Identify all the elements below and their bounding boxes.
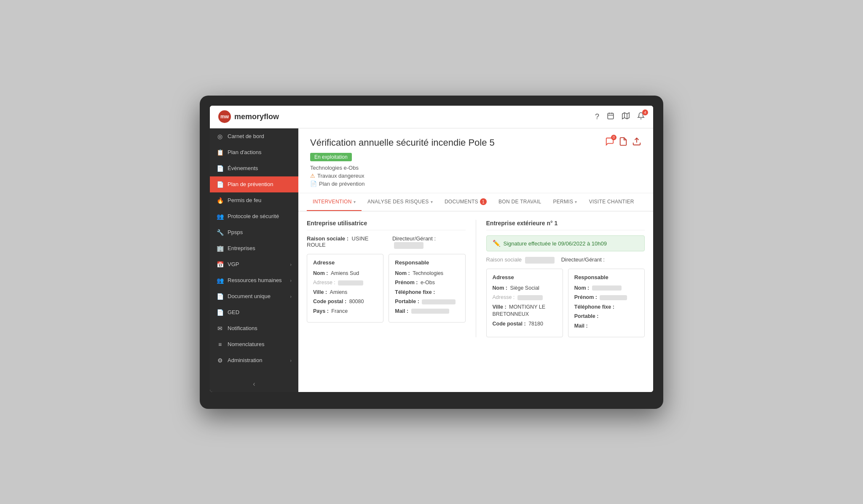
logo: mw memoryflow xyxy=(218,110,279,123)
rh-chevron: › xyxy=(290,278,292,283)
sidebar-item-carnet[interactable]: ◎ Carnet de bord xyxy=(210,128,298,144)
ext-raison-sociale-label: Raison sociale xyxy=(486,256,522,263)
doc-unique-icon: 📄 xyxy=(217,293,223,300)
sidebar-collapse-button[interactable]: ‹ xyxy=(210,376,298,392)
signature-box: ✏️ Signature effectuée le 09/06/2022 à 1… xyxy=(486,235,645,251)
entreprises-icon: 🏢 xyxy=(217,245,223,252)
rh-icon: 👥 xyxy=(217,277,223,284)
directeur-label: Directeur/Gérant : xyxy=(392,235,436,242)
sidebar-item-permis-feu[interactable]: 🔥 Permis de feu xyxy=(210,192,298,208)
ville-label: Ville : xyxy=(313,289,327,295)
tab-bon-travail-label: BON DE TRAVAIL xyxy=(499,199,541,205)
map-icon[interactable] xyxy=(622,112,630,122)
adresse-cp-row: Code postal : 80080 xyxy=(313,298,377,306)
ext-ville-label: Ville : xyxy=(493,304,507,310)
ext-cp-value: 78180 xyxy=(528,321,543,327)
entreprise-exterieure-header: Entreprise extérieure n° 1 xyxy=(486,220,645,230)
sidebar: ◎ Carnet de bord 📋 Plan d'actions 📄 Évèn… xyxy=(210,128,298,392)
tab-analyse[interactable]: ANALYSE DES RISQUES ▾ xyxy=(362,193,439,211)
sidebar-item-label: Ressources humaines xyxy=(228,277,282,283)
chat-button[interactable]: 0 xyxy=(605,137,614,148)
top-bar: mw memoryflow ? 4 xyxy=(210,106,653,128)
sidebar-item-plan-actions[interactable]: 📋 Plan d'actions xyxy=(210,144,298,160)
warning-link[interactable]: ⚠ Travaux dangereux xyxy=(310,173,495,179)
adresse-ville-row: Ville : Amiens xyxy=(313,289,377,296)
ext-resp-tel-row: Téléphone fixe : xyxy=(574,304,638,311)
ext-adresse-value-blurred xyxy=(517,295,543,300)
tab-bon-travail[interactable]: BON DE TRAVAIL xyxy=(493,193,547,211)
resp-nom-label: Nom : xyxy=(395,270,410,276)
sidebar-item-rh[interactable]: 👥 Ressources humaines › xyxy=(210,272,298,288)
ext-nom-label: Nom : xyxy=(493,285,507,291)
ext-resp-portable-label: Portable : xyxy=(574,313,599,319)
export-button[interactable] xyxy=(632,137,641,148)
sidebar-item-administration[interactable]: ⚙ Administration › xyxy=(210,352,298,368)
cp-label: Code postal : xyxy=(313,299,346,304)
ged-icon: 📄 xyxy=(217,309,223,316)
ext-nom-value: Siège Social xyxy=(510,285,539,291)
logo-icon-text: mw xyxy=(220,114,229,120)
sidebar-item-label: Plan de prévention xyxy=(228,181,273,187)
resp-prenom-value: e-Obs xyxy=(421,280,435,285)
sidebar-item-label: Nomenclatures xyxy=(228,341,264,347)
administration-chevron: › xyxy=(290,358,292,363)
resp-tel-label: Téléphone fixe : xyxy=(395,289,435,295)
vgp-chevron: › xyxy=(290,262,292,267)
tab-intervention[interactable]: INTERVENTION ▾ xyxy=(307,193,362,211)
sidebar-item-doc-unique[interactable]: 📄 Document unique › xyxy=(210,288,298,304)
sidebar-item-protocole[interactable]: 👥 Protocole de sécurité xyxy=(210,208,298,224)
resp-mail-row: Mail : xyxy=(395,308,459,315)
adresse-card-exterieure: Adresse Nom : Siège Social Adresse : xyxy=(486,269,563,338)
ext-ville-row: Ville : MONTIGNY LE BRETONNEUX xyxy=(493,304,557,318)
page-header-actions: 0 xyxy=(605,137,641,148)
tab-analyse-arrow: ▾ xyxy=(431,200,433,204)
logo-suffix: flow xyxy=(264,112,279,121)
resp-prenom-row: Prénom : e-Obs xyxy=(395,279,459,287)
tab-permis[interactable]: PERMIS ▾ xyxy=(547,193,583,211)
responsable-card-exterieure: Responsable Nom : Prénom : xyxy=(568,269,645,338)
doc-button[interactable] xyxy=(619,137,628,148)
nomenclatures-icon: ≡ xyxy=(217,341,223,348)
chat-badge: 0 xyxy=(611,135,616,140)
adresse-pays-row: Pays : France xyxy=(313,308,377,315)
svg-rect-0 xyxy=(608,113,614,119)
sidebar-item-label: Permis de feu xyxy=(228,197,261,203)
ext-resp-tel-label: Téléphone fixe : xyxy=(574,304,614,310)
ville-value: Amiens xyxy=(330,289,348,295)
sidebar-item-notifications[interactable]: ✉ Notifications xyxy=(210,320,298,336)
bell-icon[interactable]: 4 xyxy=(637,112,645,122)
adresse-card-utilisatrice: Adresse Nom : Amiens Sud Adresse : xyxy=(307,254,383,323)
tab-documents[interactable]: DOCUMENTS 1 xyxy=(439,193,493,211)
sidebar-item-ppsps[interactable]: 🔧 Ppsps xyxy=(210,224,298,240)
resp-portable-label: Portable : xyxy=(395,299,419,304)
permis-feu-icon: 🔥 xyxy=(217,197,223,204)
sidebar-item-ged[interactable]: 📄 GED xyxy=(210,304,298,320)
utilisatrice-cards-row: Adresse Nom : Amiens Sud Adresse : xyxy=(307,254,466,323)
tab-intervention-label: INTERVENTION xyxy=(313,199,352,205)
ext-resp-prenom-row: Prénom : xyxy=(574,294,638,301)
signature-icon: ✏️ xyxy=(493,240,501,247)
tab-visite[interactable]: VISITE CHANTIER xyxy=(583,193,640,211)
administration-icon: ⚙ xyxy=(217,357,223,364)
sidebar-item-plan-prevention[interactable]: 📄 Plan de prévention xyxy=(210,176,298,192)
sidebar-item-entreprises[interactable]: 🏢 Entreprises xyxy=(210,240,298,256)
page-title: Vérification annuelle sécurité incendie … xyxy=(310,137,495,149)
entreprise-utilisatrice-header: Entreprise utilisatrice xyxy=(307,220,466,230)
plan-link[interactable]: 📄 Plan de prévention xyxy=(310,181,495,187)
sidebar-item-nomenclatures[interactable]: ≡ Nomenclatures xyxy=(210,336,298,352)
resp-tel-row: Téléphone fixe : xyxy=(395,289,459,296)
top-icons: ? 4 xyxy=(595,112,645,122)
sidebar-item-label: GED xyxy=(228,309,239,315)
sidebar-item-vgp[interactable]: 📅 VGP › xyxy=(210,256,298,272)
calendar-icon[interactable] xyxy=(607,112,614,122)
ext-directeur-gerant: Directeur/Gérant : xyxy=(561,256,605,264)
adresse-label-text: Adresse : xyxy=(313,280,335,285)
help-icon[interactable]: ? xyxy=(595,112,599,121)
sidebar-item-evenements[interactable]: 📄 Évènements xyxy=(210,160,298,176)
raison-sociale: Raison sociale : USINE ROULE xyxy=(307,235,386,249)
tab-analyse-label: ANALYSE DES RISQUES xyxy=(367,199,429,205)
ext-enterprise-top-row: Raison sociale Directeur/Gérant : xyxy=(486,256,645,264)
resp-nom-value: Technologies xyxy=(413,270,443,276)
ext-resp-portable-row: Portable : xyxy=(574,313,638,320)
enterprise-top-row: Raison sociale : USINE ROULE Directeur/G… xyxy=(307,235,466,249)
